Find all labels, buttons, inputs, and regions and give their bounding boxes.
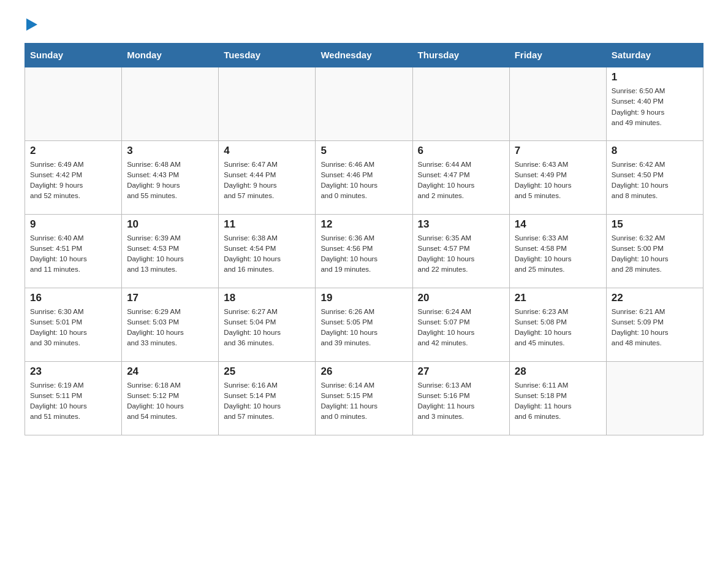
- calendar-cell: 24Sunrise: 6:18 AM Sunset: 5:12 PM Dayli…: [122, 361, 219, 435]
- day-info: Sunrise: 6:46 AM Sunset: 4:46 PM Dayligh…: [320, 159, 407, 202]
- week-row-1: 1Sunrise: 6:50 AM Sunset: 4:40 PM Daylig…: [25, 67, 703, 140]
- day-number: 19: [320, 292, 407, 304]
- calendar-cell: [412, 67, 509, 140]
- calendar-cell: 17Sunrise: 6:29 AM Sunset: 5:03 PM Dayli…: [122, 288, 219, 361]
- logo: [25, 18, 37, 31]
- day-info: Sunrise: 6:33 AM Sunset: 4:58 PM Dayligh…: [515, 233, 601, 275]
- calendar-cell: 10Sunrise: 6:39 AM Sunset: 4:53 PM Dayli…: [122, 214, 219, 288]
- day-number: 15: [612, 218, 698, 231]
- weekday-header-friday: Friday: [509, 44, 606, 67]
- day-info: Sunrise: 6:21 AM Sunset: 5:09 PM Dayligh…: [612, 307, 698, 349]
- day-info: Sunrise: 6:39 AM Sunset: 4:53 PM Dayligh…: [127, 233, 213, 275]
- day-number: 5: [320, 145, 407, 157]
- day-number: 18: [224, 292, 310, 304]
- calendar-cell: 1Sunrise: 6:50 AM Sunset: 4:40 PM Daylig…: [606, 67, 703, 140]
- calendar-cell: 19Sunrise: 6:26 AM Sunset: 5:05 PM Dayli…: [316, 288, 412, 361]
- day-number: 8: [612, 145, 698, 157]
- day-info: Sunrise: 6:50 AM Sunset: 4:40 PM Dayligh…: [612, 86, 698, 128]
- day-info: Sunrise: 6:49 AM Sunset: 4:42 PM Dayligh…: [30, 159, 116, 202]
- week-row-3: 9Sunrise: 6:40 AM Sunset: 4:51 PM Daylig…: [25, 214, 703, 288]
- day-info: Sunrise: 6:14 AM Sunset: 5:15 PM Dayligh…: [320, 380, 407, 423]
- weekday-header-sunday: Sunday: [25, 44, 122, 67]
- page-header: [25, 18, 703, 31]
- day-info: Sunrise: 6:23 AM Sunset: 5:08 PM Dayligh…: [515, 307, 601, 349]
- day-number: 22: [612, 292, 698, 304]
- calendar-cell: 27Sunrise: 6:13 AM Sunset: 5:16 PM Dayli…: [412, 361, 509, 435]
- day-info: Sunrise: 6:44 AM Sunset: 4:47 PM Dayligh…: [418, 159, 504, 202]
- calendar-cell: 8Sunrise: 6:42 AM Sunset: 4:50 PM Daylig…: [606, 140, 703, 214]
- day-number: 13: [418, 218, 504, 231]
- calendar-cell: 2Sunrise: 6:49 AM Sunset: 4:42 PM Daylig…: [25, 140, 122, 214]
- day-number: 23: [30, 366, 116, 378]
- calendar-cell: 13Sunrise: 6:35 AM Sunset: 4:57 PM Dayli…: [412, 214, 509, 288]
- day-number: 25: [224, 366, 310, 378]
- day-info: Sunrise: 6:35 AM Sunset: 4:57 PM Dayligh…: [418, 233, 504, 275]
- calendar-cell: 21Sunrise: 6:23 AM Sunset: 5:08 PM Dayli…: [509, 288, 606, 361]
- calendar-cell: 16Sunrise: 6:30 AM Sunset: 5:01 PM Dayli…: [25, 288, 122, 361]
- calendar-cell: 15Sunrise: 6:32 AM Sunset: 5:00 PM Dayli…: [606, 214, 703, 288]
- day-number: 27: [418, 366, 504, 378]
- day-number: 3: [127, 145, 213, 157]
- day-number: 9: [30, 218, 116, 231]
- week-row-5: 23Sunrise: 6:19 AM Sunset: 5:11 PM Dayli…: [25, 361, 703, 435]
- day-number: 21: [515, 292, 601, 304]
- calendar-body: 1Sunrise: 6:50 AM Sunset: 4:40 PM Daylig…: [25, 67, 703, 435]
- calendar-cell: [316, 67, 412, 140]
- calendar-cell: [122, 67, 219, 140]
- day-info: Sunrise: 6:47 AM Sunset: 4:44 PM Dayligh…: [224, 159, 310, 202]
- calendar-cell: 20Sunrise: 6:24 AM Sunset: 5:07 PM Dayli…: [412, 288, 509, 361]
- calendar-cell: 18Sunrise: 6:27 AM Sunset: 5:04 PM Dayli…: [219, 288, 316, 361]
- calendar-table: SundayMondayTuesdayWednesdayThursdayFrid…: [25, 43, 703, 435]
- day-number: 24: [127, 366, 213, 378]
- day-info: Sunrise: 6:16 AM Sunset: 5:14 PM Dayligh…: [224, 380, 310, 423]
- day-info: Sunrise: 6:43 AM Sunset: 4:49 PM Dayligh…: [515, 159, 601, 202]
- calendar-cell: [606, 361, 703, 435]
- calendar-cell: 3Sunrise: 6:48 AM Sunset: 4:43 PM Daylig…: [122, 140, 219, 214]
- day-info: Sunrise: 6:11 AM Sunset: 5:18 PM Dayligh…: [515, 380, 601, 423]
- weekday-header-monday: Monday: [122, 44, 219, 67]
- weekday-header-saturday: Saturday: [606, 44, 703, 67]
- day-info: Sunrise: 6:38 AM Sunset: 4:54 PM Dayligh…: [224, 233, 310, 275]
- day-number: 2: [30, 145, 116, 157]
- day-number: 7: [515, 145, 601, 157]
- day-info: Sunrise: 6:18 AM Sunset: 5:12 PM Dayligh…: [127, 380, 213, 423]
- day-info: Sunrise: 6:32 AM Sunset: 5:00 PM Dayligh…: [612, 233, 698, 275]
- day-info: Sunrise: 6:30 AM Sunset: 5:01 PM Dayligh…: [30, 307, 116, 349]
- weekday-header-tuesday: Tuesday: [219, 44, 316, 67]
- weekday-header-wednesday: Wednesday: [316, 44, 412, 67]
- calendar-cell: 14Sunrise: 6:33 AM Sunset: 4:58 PM Dayli…: [509, 214, 606, 288]
- day-number: 10: [127, 218, 213, 231]
- calendar-cell: 28Sunrise: 6:11 AM Sunset: 5:18 PM Dayli…: [509, 361, 606, 435]
- calendar-cell: 4Sunrise: 6:47 AM Sunset: 4:44 PM Daylig…: [219, 140, 316, 214]
- day-info: Sunrise: 6:26 AM Sunset: 5:05 PM Dayligh…: [320, 307, 407, 349]
- calendar-cell: 12Sunrise: 6:36 AM Sunset: 4:56 PM Dayli…: [316, 214, 412, 288]
- weekday-row: SundayMondayTuesdayWednesdayThursdayFrid…: [25, 44, 703, 67]
- week-row-4: 16Sunrise: 6:30 AM Sunset: 5:01 PM Dayli…: [25, 288, 703, 361]
- calendar-cell: [509, 67, 606, 140]
- day-number: 20: [418, 292, 504, 304]
- calendar-cell: 23Sunrise: 6:19 AM Sunset: 5:11 PM Dayli…: [25, 361, 122, 435]
- weekday-header-thursday: Thursday: [412, 44, 509, 67]
- day-info: Sunrise: 6:24 AM Sunset: 5:07 PM Dayligh…: [418, 307, 504, 349]
- day-number: 6: [418, 145, 504, 157]
- calendar-cell: 6Sunrise: 6:44 AM Sunset: 4:47 PM Daylig…: [412, 140, 509, 214]
- calendar-cell: 22Sunrise: 6:21 AM Sunset: 5:09 PM Dayli…: [606, 288, 703, 361]
- day-info: Sunrise: 6:27 AM Sunset: 5:04 PM Dayligh…: [224, 307, 310, 349]
- calendar-cell: 5Sunrise: 6:46 AM Sunset: 4:46 PM Daylig…: [316, 140, 412, 214]
- day-number: 14: [515, 218, 601, 231]
- day-info: Sunrise: 6:29 AM Sunset: 5:03 PM Dayligh…: [127, 307, 213, 349]
- day-info: Sunrise: 6:42 AM Sunset: 4:50 PM Dayligh…: [612, 159, 698, 202]
- calendar-cell: [25, 67, 122, 140]
- calendar-cell: 7Sunrise: 6:43 AM Sunset: 4:49 PM Daylig…: [509, 140, 606, 214]
- day-number: 11: [224, 218, 310, 231]
- day-info: Sunrise: 6:13 AM Sunset: 5:16 PM Dayligh…: [418, 380, 504, 423]
- day-number: 16: [30, 292, 116, 304]
- day-number: 12: [320, 218, 407, 231]
- day-info: Sunrise: 6:19 AM Sunset: 5:11 PM Dayligh…: [30, 380, 116, 423]
- day-info: Sunrise: 6:40 AM Sunset: 4:51 PM Dayligh…: [30, 233, 116, 275]
- day-number: 1: [612, 71, 698, 83]
- logo-triangle-icon: [26, 18, 37, 31]
- day-number: 26: [320, 366, 407, 378]
- day-info: Sunrise: 6:36 AM Sunset: 4:56 PM Dayligh…: [320, 233, 407, 275]
- calendar-cell: 11Sunrise: 6:38 AM Sunset: 4:54 PM Dayli…: [219, 214, 316, 288]
